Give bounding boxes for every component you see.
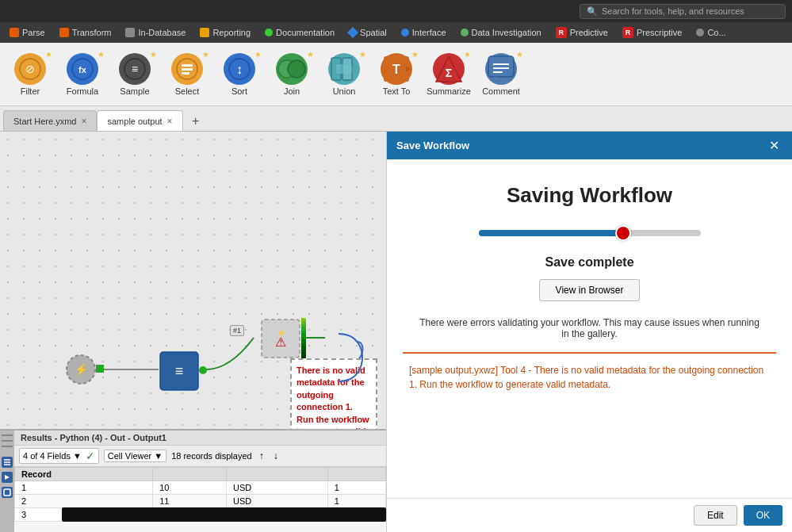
- svg-text:Σ: Σ: [446, 67, 452, 79]
- dialog-title: Save Workflow: [396, 140, 469, 151]
- dialog-footer: Edit OK: [387, 498, 792, 532]
- blue-arc-node: [335, 326, 366, 392]
- tool-item-sort[interactable]: ↕ ★ Sort: [216, 50, 263, 99]
- results-down-arrow[interactable]: ↓: [271, 450, 281, 462]
- cell-viewer-arrow: ▼: [154, 451, 163, 461]
- tab-add-button[interactable]: +: [186, 112, 205, 131]
- results-panel: Results - Python (4) - Out - Output1 4 o…: [0, 429, 386, 532]
- tab-start-here-close[interactable]: ×: [81, 116, 86, 127]
- progress-dot: [615, 225, 631, 241]
- tool-item-union[interactable]: ★ Union: [320, 50, 368, 99]
- menu-item-predictive[interactable]: R Predictive: [549, 24, 614, 41]
- dialog-close-button[interactable]: ✕: [766, 138, 782, 153]
- svg-text:⚡: ⚡: [75, 363, 89, 377]
- menu-item-in-database[interactable]: In-Database: [119, 24, 192, 41]
- table-row: 2 11 USD 1: [15, 495, 386, 508]
- input-node[interactable]: ⚡: [63, 352, 98, 389]
- col-header-record: Record: [15, 468, 153, 481]
- results-content: Results - Python (4) - Out - Output1 4 o…: [14, 431, 386, 522]
- svg-text:⚠: ⚠: [275, 335, 286, 349]
- menu-label-reporting: Reporting: [212, 28, 251, 37]
- results-left-icons: [0, 431, 14, 532]
- fields-dropdown[interactable]: 4 of 4 Fields ▼ ✓: [19, 448, 99, 464]
- formula-label: Formula: [67, 86, 98, 96]
- cell-record-2: 2: [15, 495, 153, 508]
- progress-bar-container: [479, 227, 701, 239]
- table-row: 1 10 USD 1: [15, 481, 386, 495]
- menu-item-co[interactable]: Co...: [690, 24, 732, 41]
- dialog-heading: Saving Workflow: [507, 183, 672, 208]
- reporting-icon: [200, 28, 209, 37]
- summarize-tool-icon: Σ: [433, 53, 465, 85]
- cell-2-1: 11: [153, 495, 227, 508]
- tab-start-here[interactable]: Start Here.yxmd ×: [3, 110, 97, 131]
- menu-label-prescriptive: Prescriptive: [637, 28, 682, 37]
- svg-text:⊘: ⊘: [25, 63, 35, 75]
- comment-tool-icon: [485, 53, 517, 85]
- svg-rect-41: [4, 489, 10, 496]
- menu-item-prescriptive[interactable]: R Prescriptive: [616, 24, 688, 41]
- output-node[interactable]: ⚡ ⚠: [260, 318, 301, 362]
- summarize-star: ★: [464, 50, 471, 59]
- menu-label-transform: Transform: [72, 28, 112, 37]
- text-to-tool-icon: T: [381, 53, 412, 85]
- cell-viewer-dropdown[interactable]: Cell Viewer ▼: [104, 450, 166, 462]
- predictive-icon: R: [556, 27, 567, 38]
- menu-label-spatial: Spatial: [360, 28, 387, 37]
- save-complete-label: Save complete: [545, 255, 633, 270]
- menu-item-parse[interactable]: Parse: [3, 24, 52, 41]
- select-label: Select: [175, 86, 200, 96]
- menu-item-data-investigation[interactable]: Data Investigation: [454, 24, 548, 41]
- tool-item-comment[interactable]: ★ Comment: [477, 50, 525, 99]
- edit-button[interactable]: Edit: [694, 505, 737, 526]
- menu-item-reporting[interactable]: Reporting: [193, 24, 257, 41]
- tab-sample-output-close[interactable]: ×: [167, 116, 173, 127]
- text-to-label: Text To: [383, 86, 411, 96]
- results-icon-3[interactable]: [2, 487, 13, 498]
- in-database-icon: [125, 28, 135, 37]
- tool-item-formula[interactable]: fx ★ Formula: [59, 50, 106, 99]
- svg-point-13: [288, 60, 305, 78]
- svg-text:≡: ≡: [175, 363, 184, 379]
- menu-label-co: Co...: [707, 28, 725, 37]
- tool-item-text-to[interactable]: T ★ Text To: [373, 50, 420, 99]
- menu-item-documentation[interactable]: Documentation: [258, 24, 341, 41]
- results-icon-1[interactable]: [2, 457, 13, 468]
- dialog-error-section: [sample output.yxwz] Tool 4 - There is n…: [403, 352, 776, 392]
- python-node[interactable]: ≡: [159, 350, 200, 394]
- sort-star: ★: [254, 50, 262, 59]
- sort-tool-icon: ↕: [224, 53, 255, 85]
- canvas-area: ⚡ ≡ #1 ⚡ ⚠ There is no va: [0, 132, 386, 532]
- tool-item-sample[interactable]: ≡ ★ Sample: [111, 50, 159, 99]
- fields-label: 4 of 4 Fields: [23, 451, 71, 461]
- spatial-icon: [347, 27, 358, 38]
- tool-item-filter[interactable]: ⊘ ★ Filter: [6, 50, 54, 99]
- results-table-container: Record 1 10 USD 1: [14, 467, 386, 522]
- data-investigation-icon: [461, 29, 469, 36]
- union-label: Union: [333, 86, 356, 96]
- tool-item-select[interactable]: ★ Select: [163, 50, 211, 99]
- menu-item-spatial[interactable]: Spatial: [342, 24, 393, 41]
- ok-button[interactable]: OK: [744, 505, 782, 526]
- view-browser-button[interactable]: View in Browser: [539, 279, 641, 301]
- cell-1-2: USD: [226, 481, 327, 495]
- svg-text:≡: ≡: [132, 63, 138, 75]
- col-header-2: [226, 468, 327, 481]
- tool-item-join[interactable]: ★ Join: [268, 50, 316, 99]
- sample-label: Sample: [120, 86, 149, 96]
- search-box[interactable]: 🔍 Search for tools, help, and resources: [580, 4, 786, 19]
- formula-star: ★: [98, 50, 105, 59]
- dialog-info-text: There were errors validating your workfl…: [415, 317, 764, 339]
- cell-viewer-label: Cell Viewer: [108, 451, 151, 461]
- svg-rect-23: [488, 56, 514, 77]
- green-connector-1: [96, 365, 104, 373]
- menu-item-interface[interactable]: Interface: [395, 24, 453, 41]
- tab-sample-output[interactable]: sample output ×: [97, 110, 182, 131]
- col-header-1: [153, 468, 227, 481]
- results-up-arrow[interactable]: ↑: [257, 450, 266, 462]
- tool-item-summarize[interactable]: Σ ★ Summarize: [425, 50, 473, 99]
- filter-star: ★: [45, 50, 52, 59]
- results-icon-2[interactable]: [2, 472, 13, 483]
- text-to-star: ★: [411, 50, 419, 59]
- menu-item-transform[interactable]: Transform: [53, 24, 118, 41]
